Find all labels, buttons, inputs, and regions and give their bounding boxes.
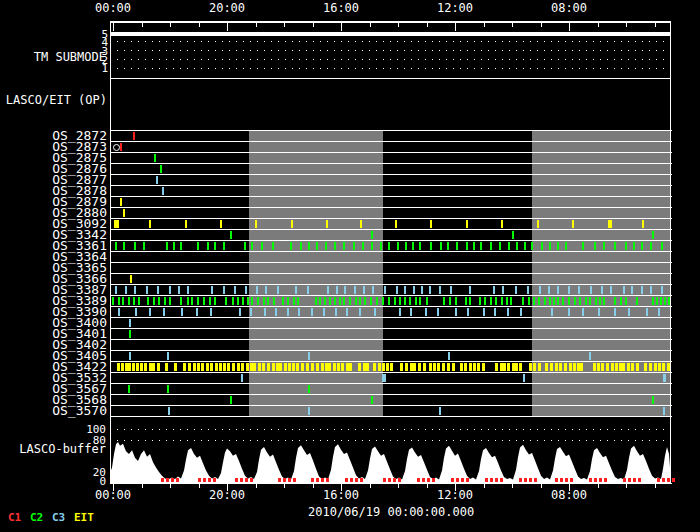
os-activity-tick [538, 363, 541, 371]
os-activity-tick [215, 363, 218, 371]
submode-dotted-line [110, 68, 671, 69]
os-activity-tick [503, 363, 506, 371]
os-activity-tick [508, 242, 510, 250]
os-activity-tick [237, 297, 239, 305]
os-activity-tick [598, 308, 600, 316]
legend-item-c3: C3 [52, 512, 65, 523]
os-activity-tick [370, 297, 372, 305]
os-activity-tick [336, 286, 338, 294]
os-row-separator [110, 339, 672, 340]
os-activity-tick [495, 363, 498, 371]
os-activity-tick [122, 297, 124, 305]
buffer-area-chart [110, 420, 671, 484]
os-activity-tick [533, 297, 535, 305]
os-row-separator [110, 350, 672, 351]
os-activity-tick [206, 363, 209, 371]
os-activity-tick [480, 242, 482, 250]
os-activity-tick [623, 286, 625, 294]
hour-tick [655, 484, 656, 488]
os-activity-tick [239, 308, 241, 316]
os-activity-tick [520, 308, 522, 316]
os-row-separator [110, 185, 672, 186]
os-activity-tick [533, 363, 536, 371]
os-activity-tick [579, 297, 581, 305]
os-activity-tick [256, 286, 258, 294]
os-activity-tick [183, 363, 186, 371]
os-activity-tick [483, 308, 485, 316]
os-activity-tick [550, 363, 553, 371]
os-activity-tick [147, 297, 149, 305]
buffer-gap-red-mark [662, 478, 665, 482]
buffer-gap-red-mark [534, 478, 537, 482]
os-activity-tick [196, 308, 198, 316]
os-activity-tick [524, 242, 526, 250]
buffer-gap-red-mark [565, 478, 568, 482]
os-activity-tick [512, 231, 514, 239]
os-activity-tick [620, 297, 622, 305]
os-activity-tick [642, 220, 644, 228]
os-activity-tick [610, 286, 612, 294]
buffer-gap-red-mark [288, 478, 291, 482]
os-activity-tick [214, 297, 216, 305]
os-activity-tick [371, 242, 373, 250]
os-activity-tick [272, 242, 274, 250]
os-activity-tick [129, 352, 131, 360]
os-activity-tick [466, 220, 468, 228]
os-activity-tick [153, 297, 155, 305]
os-activity-tick [241, 363, 244, 371]
buffer-gap-red-mark [422, 478, 425, 482]
os-row-separator [110, 328, 672, 329]
hour-tick [398, 484, 399, 488]
os-activity-tick [232, 363, 235, 371]
os-activity-tick [267, 297, 269, 305]
os-activity-tick [265, 286, 267, 294]
os-row-separator [110, 196, 672, 197]
os-activity-tick [197, 242, 199, 250]
os-row-separator [110, 229, 672, 230]
os-activity-tick [321, 363, 324, 371]
os-activity-tick [146, 286, 148, 294]
os-activity-tick [557, 286, 559, 294]
os-activity-tick [308, 352, 310, 360]
os-activity-tick [180, 242, 182, 250]
os-activity-tick [191, 297, 193, 305]
os-row-separator [110, 317, 672, 318]
hour-tick [427, 484, 428, 488]
os-activity-tick [412, 242, 414, 250]
os-activity-tick [603, 242, 605, 250]
os-row-separator [110, 383, 672, 384]
os-activity-tick [273, 297, 275, 305]
os-activity-tick [656, 297, 658, 305]
os-activity-tick [264, 308, 266, 316]
hour-tick [142, 484, 143, 488]
os-activity-tick [557, 297, 559, 305]
os-activity-tick [439, 286, 441, 294]
os-activity-tick [219, 363, 222, 371]
os-activity-tick [448, 352, 450, 360]
os-activity-tick [539, 286, 541, 294]
os-activity-tick [464, 363, 467, 371]
hour-tick [256, 484, 257, 488]
buffer-gap-red-mark [456, 478, 459, 482]
os-activity-tick [220, 220, 222, 228]
os-activity-tick [555, 363, 558, 371]
os-activity-tick [502, 286, 504, 294]
os-activity-tick [261, 242, 263, 250]
os-activity-tick [531, 242, 533, 250]
hour-tick [455, 484, 456, 491]
os-activity-tick [129, 330, 131, 338]
os-activity-tick [494, 308, 496, 316]
os-activity-tick [615, 363, 618, 371]
os-activity-tick [658, 308, 660, 316]
submode-active-bar [110, 32, 671, 36]
os-activity-tick [456, 242, 458, 250]
os-activity-tick [166, 242, 168, 250]
os-activity-tick [117, 363, 120, 371]
submode-panel-bottom-line [110, 78, 671, 79]
os-activity-tick [156, 176, 158, 184]
os-activity-tick [568, 297, 570, 305]
os-activity-tick [399, 297, 401, 305]
os-activity-tick [334, 297, 336, 305]
buffer-gap-red-mark [198, 478, 201, 482]
os-activity-tick [144, 363, 147, 371]
